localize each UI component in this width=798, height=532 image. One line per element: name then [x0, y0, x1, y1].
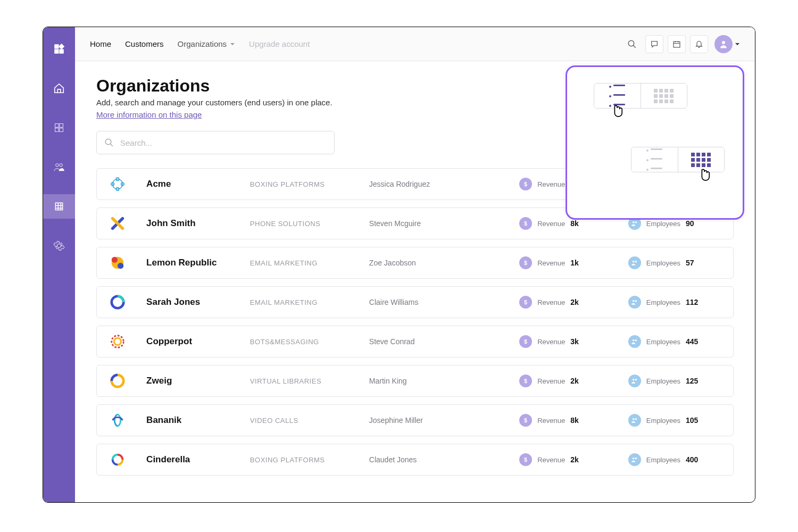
people-icon	[628, 256, 641, 269]
org-contact: Martin King	[369, 377, 519, 385]
org-name: John Smith	[146, 218, 250, 229]
sidebar-logo[interactable]	[43, 37, 75, 61]
org-revenue: $ Revenue 3k	[519, 335, 628, 348]
grid-icon	[654, 89, 674, 103]
notifications-button[interactable]	[690, 35, 708, 53]
svg-point-33	[633, 221, 635, 223]
svg-rect-0	[55, 45, 59, 48]
revenue-value: 2k	[570, 298, 579, 306]
svg-text:$: $	[524, 378, 527, 384]
org-revenue: $ Revenue 2k	[519, 296, 628, 309]
upgrade-link[interactable]: Upgrade account	[249, 39, 310, 48]
revenue-label: Revenue	[537, 180, 565, 188]
svg-point-39	[633, 261, 635, 263]
org-revenue: $ Revenue 2k	[519, 453, 628, 466]
org-contact: Steve Conrad	[369, 337, 519, 346]
org-name: Sarah Jones	[146, 297, 250, 307]
organization-row[interactable]: Lemon Republic EMAIL MARKETING Zoe Jacob…	[96, 247, 734, 279]
organization-row[interactable]: Cinderella BOXING PLATFORMS Claudet Jone…	[96, 444, 734, 476]
sidebar-home[interactable]	[43, 76, 75, 101]
dollar-icon: $	[519, 414, 532, 427]
calendar-button[interactable]	[668, 35, 686, 53]
svg-text:$: $	[524, 457, 527, 463]
organization-row[interactable]: Zweig VIRTUAL LIBRARIES Martin King $ Re…	[96, 365, 734, 397]
breadcrumb-organizations[interactable]: Organizations	[178, 39, 236, 48]
organization-row[interactable]: Sarah Jones EMAIL MARKETING Claire Willi…	[96, 286, 734, 318]
grid-icon	[691, 153, 711, 167]
organization-row[interactable]: Bananik VIDEO CALLS Josephine Miller $ R…	[96, 404, 734, 436]
org-logo	[109, 214, 126, 232]
sidebar-settings[interactable]	[43, 234, 75, 258]
sidebar-dashboard[interactable]	[43, 115, 75, 140]
org-name: Copperpot	[146, 336, 250, 347]
org-employees: Employees 445	[628, 335, 721, 348]
employees-label: Employees	[646, 259, 680, 267]
breadcrumb-home[interactable]: Home	[90, 39, 111, 48]
employees-value: 57	[686, 259, 694, 267]
org-industry: EMAIL MARKETING	[250, 298, 369, 306]
svg-rect-5	[60, 124, 63, 128]
more-info-link[interactable]: More information on this page	[96, 110, 202, 119]
employees-value: 112	[686, 298, 698, 306]
employees-value: 400	[686, 455, 698, 464]
employees-value: 125	[686, 377, 698, 385]
org-name: Acme	[146, 179, 250, 189]
org-revenue: $ Revenue 2k	[519, 375, 628, 387]
org-logo	[109, 175, 126, 193]
employees-label: Employees	[646, 377, 680, 385]
svg-text:$: $	[524, 418, 527, 423]
org-contact: Zoe Jacobson	[369, 259, 519, 267]
pointer-icon	[697, 168, 712, 184]
employees-value: 90	[686, 219, 694, 228]
organization-row[interactable]: Copperpot BOTS&MESSAGING Steve Conrad $ …	[96, 326, 734, 358]
org-contact: Claudet Jones	[369, 455, 519, 464]
revenue-label: Revenue	[537, 259, 565, 267]
svg-rect-3	[60, 49, 63, 53]
search-box[interactable]	[96, 131, 335, 154]
org-employees: Employees 57	[628, 256, 721, 269]
org-name: Bananik	[146, 415, 250, 426]
org-name: Lemon Republic	[146, 257, 250, 268]
revenue-value: 2k	[570, 455, 579, 464]
org-industry: BOXING PLATFORMS	[250, 456, 369, 464]
org-logo	[109, 254, 126, 272]
people-icon	[628, 453, 641, 466]
dollar-icon: $	[519, 296, 532, 309]
svg-point-8	[56, 164, 59, 167]
revenue-label: Revenue	[537, 456, 565, 464]
org-employees: Employees 400	[628, 453, 721, 466]
search-button[interactable]	[623, 35, 641, 53]
svg-point-56	[635, 418, 637, 420]
people-icon	[628, 414, 641, 427]
org-name: Zweig	[146, 376, 250, 386]
chat-button[interactable]	[645, 35, 663, 53]
svg-point-58	[633, 458, 635, 460]
dollar-icon: $	[519, 375, 532, 387]
sidebar-organizations[interactable]	[43, 194, 75, 219]
org-logo	[109, 332, 126, 351]
search-input[interactable]	[120, 138, 327, 147]
view-toggle-list-active[interactable]	[594, 83, 687, 109]
dollar-icon: $	[519, 217, 532, 230]
people-icon	[628, 296, 641, 309]
revenue-label: Revenue	[537, 417, 565, 425]
employees-value: 445	[686, 337, 698, 346]
svg-point-22	[105, 139, 111, 145]
sidebar-customers[interactable]	[43, 155, 75, 179]
user-avatar[interactable]	[714, 35, 733, 53]
calendar-icon	[672, 40, 681, 48]
svg-point-34	[635, 221, 637, 223]
user-menu-caret-icon[interactable]	[735, 41, 740, 47]
search-icon	[104, 138, 114, 147]
org-logo	[109, 451, 126, 469]
search-icon	[627, 39, 637, 49]
svg-rect-1	[59, 44, 64, 49]
org-logo	[109, 411, 126, 429]
svg-point-9	[60, 164, 63, 167]
org-employees: Employees 105	[628, 414, 721, 427]
breadcrumb-customers[interactable]: Customers	[125, 39, 164, 48]
revenue-label: Revenue	[537, 338, 565, 346]
revenue-label: Revenue	[537, 220, 565, 228]
svg-line-23	[110, 144, 113, 146]
org-name: Cinderella	[146, 454, 250, 465]
